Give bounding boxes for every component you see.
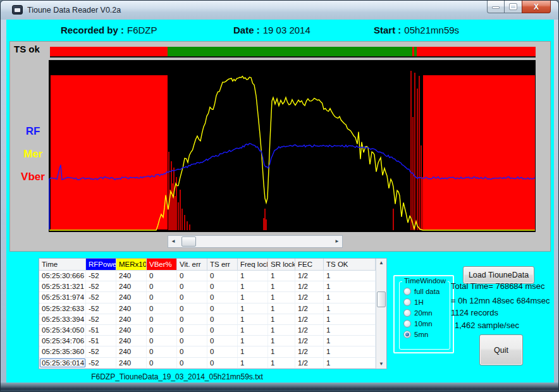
table-cell: 1: [268, 292, 295, 302]
table-cell: 1: [324, 325, 376, 335]
column-header[interactable]: TS OK: [324, 259, 376, 270]
close-button[interactable]: X: [522, 1, 551, 13]
radio-label: 1H: [414, 298, 424, 306]
data-grid: TimeRFPowerMERx10VBer%Vit. errTS errFreq…: [39, 259, 376, 369]
table-cell: 240: [116, 358, 147, 368]
column-header[interactable]: MERx10: [116, 259, 147, 270]
column-header[interactable]: FEC: [295, 259, 324, 270]
start-value: 05h21mn59s: [404, 25, 459, 35]
column-header[interactable]: SR lock: [268, 259, 295, 270]
app-window: Tioune Data Reader V0.2a X Recorded by :…: [0, 0, 559, 392]
column-header[interactable]: Time: [39, 259, 86, 270]
radio-icon: [403, 320, 411, 328]
table-cell: 1: [268, 346, 295, 357]
maximize-button[interactable]: [505, 1, 522, 13]
table-row[interactable]: 05:25:32:633-52240000111/21: [39, 303, 376, 314]
radio-icon: [403, 288, 411, 295]
table-cell: 1: [268, 281, 295, 291]
table-cell: 0: [147, 346, 177, 357]
table-cell: -52: [86, 358, 116, 368]
radio-icon: [403, 331, 411, 338]
table-cell: -52: [86, 346, 116, 357]
table-cell: -51: [86, 325, 116, 335]
table-cell: 0: [147, 325, 177, 335]
window-title: Tioune Data Reader V0.2a: [27, 6, 121, 15]
radio-icon: [403, 309, 411, 317]
column-header[interactable]: Vit. err: [177, 259, 207, 270]
table-cell: 05:25:30:666: [39, 271, 86, 281]
scroll-up-icon[interactable]: ▲: [379, 260, 384, 266]
table-v-scrollbar[interactable]: ▲ ▼: [376, 259, 386, 369]
table-cell: 1/2: [295, 271, 324, 281]
legend-mer: Mer: [14, 148, 52, 161]
column-header[interactable]: RFPower: [86, 259, 116, 270]
table-row[interactable]: 05:25:34:050-51240000111/21: [39, 325, 376, 336]
radio-1h[interactable]: 1H: [403, 298, 450, 306]
table-cell: 05:25:35:360: [39, 346, 86, 357]
start-label: Start :: [374, 25, 401, 35]
table-row[interactable]: 05:25:36:014-52240000111/21: [39, 358, 376, 369]
radio-label: 5mn: [414, 331, 428, 338]
radio-20mn[interactable]: 20mn: [403, 309, 450, 317]
table-cell: 0: [177, 292, 207, 302]
window-bottom-frame: [1, 383, 558, 391]
date-label: Date :: [233, 25, 260, 35]
table-cell: 0: [177, 271, 207, 281]
quit-button[interactable]: Quit: [479, 334, 523, 365]
radio-icon: [403, 298, 411, 306]
table-cell: 1: [324, 336, 376, 346]
v-scroll-thumb[interactable]: [377, 291, 386, 307]
table-row[interactable]: 05:25:35:360-52240000111/21: [39, 346, 376, 357]
date-value: 19 03 2014: [263, 25, 310, 35]
radio-label: 10mn: [414, 320, 433, 328]
chart-svg: [49, 60, 536, 232]
radio-10mn[interactable]: 10mn: [403, 320, 450, 328]
radio-label: full data: [414, 288, 439, 295]
timewindow-groupbox: TimeWindow full data1H20mn10mn5mn: [399, 281, 450, 350]
table-cell: 0: [147, 292, 177, 302]
column-header[interactable]: Freq lock: [238, 259, 268, 270]
table-cell: 0: [147, 358, 177, 368]
table-cell: 240: [116, 325, 147, 335]
table-cell: 05:25:34:050: [39, 325, 86, 335]
table-cell: 1/2: [295, 303, 324, 314]
ts-status-bar: [50, 47, 536, 58]
table-cell: -52: [86, 314, 116, 324]
table-cell: 1: [324, 314, 376, 324]
column-header[interactable]: TS err: [207, 259, 238, 270]
h-scroll-thumb[interactable]: [181, 236, 196, 247]
table-cell: 0: [207, 314, 238, 324]
table-row[interactable]: 05:25:30:666-52240000111/21: [39, 271, 376, 281]
table-cell: -52: [86, 303, 116, 314]
recorded-by-label: Recorded by :: [61, 25, 124, 35]
table-cell: 1: [268, 271, 295, 281]
table-row[interactable]: 05:25:33:394-52240000111/21: [39, 314, 376, 325]
chart-h-scrollbar[interactable]: ◄ ►: [168, 235, 343, 248]
scroll-left-icon[interactable]: ◄: [171, 239, 176, 244]
date: Date : 19 03 2014: [233, 25, 310, 35]
scroll-right-icon[interactable]: ►: [335, 239, 340, 244]
radio-5mn[interactable]: 5mn: [403, 331, 450, 338]
table-row[interactable]: 05:25:31:974-52240000111/21: [39, 292, 376, 303]
table-cell: 1/2: [295, 358, 324, 368]
table-cell: 240: [116, 271, 147, 281]
table-cell: -51: [86, 336, 116, 346]
timewindow-options: full data1H20mn10mn5mn: [400, 282, 450, 338]
table-cell: 0: [207, 271, 238, 281]
table-cell: 0: [177, 358, 207, 368]
maximize-icon: [510, 4, 517, 9]
ts-bar-segment: [417, 47, 536, 56]
scroll-down-icon[interactable]: ▼: [379, 362, 384, 367]
radio-full-data[interactable]: full data: [403, 288, 450, 295]
minimize-button[interactable]: [487, 1, 505, 13]
table-row[interactable]: 05:25:34:706-51240000111/21: [39, 336, 376, 346]
table-cell: 0: [147, 271, 177, 281]
column-header[interactable]: VBer%: [147, 259, 177, 270]
table-cell: -52: [86, 292, 116, 302]
timewindow-title: TimeWindow: [402, 277, 448, 285]
table-cell: 1/2: [295, 314, 324, 324]
radio-label: 20mn: [414, 309, 433, 317]
title-bar[interactable]: Tioune Data Reader V0.2a X: [1, 1, 558, 20]
sample-rate-text: 1,462 sample/sec: [455, 321, 519, 330]
table-row[interactable]: 05:25:31:321-52240000111/21: [39, 281, 376, 292]
